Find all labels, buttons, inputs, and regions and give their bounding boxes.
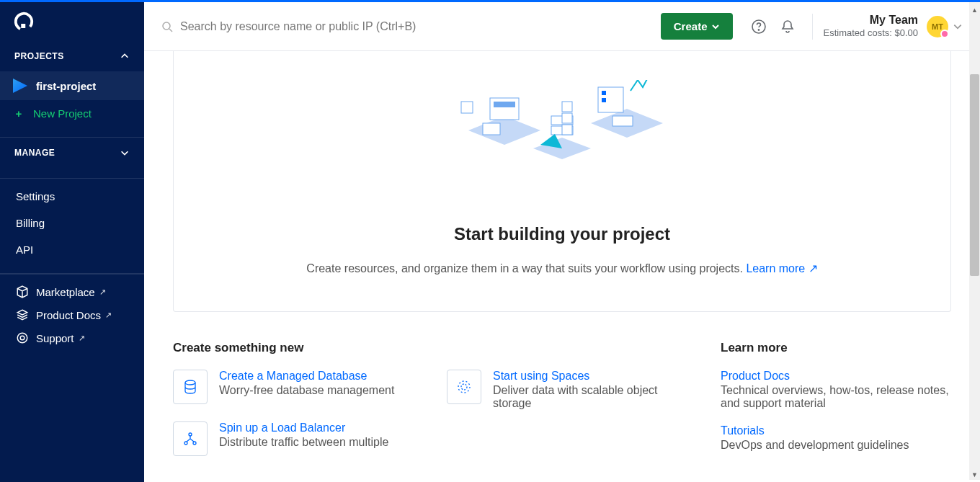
svg-point-26: [189, 433, 192, 436]
svg-rect-22: [562, 113, 572, 123]
chevron-down-icon[interactable]: [953, 22, 963, 32]
team-cost: Estimated costs: $0.00: [823, 27, 918, 39]
content: Start building your project Create resou…: [144, 51, 980, 482]
spaces-icon: [447, 370, 481, 404]
projects-header[interactable]: PROJECTS: [0, 41, 144, 71]
bell-icon: [780, 19, 796, 35]
create-button[interactable]: Create: [661, 13, 734, 40]
team-name: My Team: [823, 13, 918, 27]
sidebar: PROJECTS first-project + New Project MAN…: [0, 2, 144, 482]
project-name: first-project: [36, 80, 96, 92]
svg-point-27: [184, 442, 187, 445]
scroll-up-icon[interactable]: ▲: [969, 4, 980, 15]
external-icon: ↗: [105, 311, 112, 320]
create-item-database: Create a Managed DatabaseWorry-free data…: [173, 370, 418, 404]
notifications-button[interactable]: [775, 14, 801, 40]
sidebar-item-product-docs[interactable]: Product Docs↗: [0, 303, 144, 326]
external-icon: ↗: [99, 287, 106, 297]
help-button[interactable]: [746, 14, 772, 40]
learn-item-tutorials: Tutorials DevOps and development guideli…: [721, 424, 951, 452]
cube-icon: [16, 285, 29, 298]
create-spaces-link[interactable]: Start using Spaces: [493, 370, 692, 383]
svg-rect-21: [562, 102, 572, 112]
sidebar-item-billing[interactable]: Billing: [0, 210, 144, 236]
search-input[interactable]: [180, 20, 540, 33]
svg-point-25: [185, 380, 195, 385]
svg-rect-11: [483, 123, 500, 135]
hero-card: Start building your project Create resou…: [173, 51, 951, 312]
create-database-desc: Worry-free database management: [219, 384, 394, 397]
create-spaces-desc: Deliver data with scalable object storag…: [493, 384, 692, 410]
svg-point-4: [20, 336, 24, 340]
sidebar-item-marketplace[interactable]: Marketplace↗: [0, 280, 144, 303]
create-loadbalancer-link[interactable]: Spin up a Load Balancer: [219, 421, 388, 434]
external-icon: ↗: [79, 334, 85, 343]
svg-point-5: [163, 22, 170, 30]
svg-point-29: [461, 384, 467, 390]
sidebar-item-first-project[interactable]: first-project: [0, 71, 144, 100]
svg-rect-23: [562, 125, 572, 135]
svg-rect-9: [490, 98, 519, 120]
scroll-down-icon[interactable]: ▼: [969, 469, 980, 480]
svg-rect-24: [461, 102, 473, 113]
hero-subtitle: Create resources, and organize them in a…: [202, 262, 922, 275]
svg-rect-10: [494, 102, 515, 107]
help-icon: [751, 19, 767, 35]
learn-tutorials-link[interactable]: Tutorials: [721, 424, 951, 437]
learn-item-product-docs: Product Docs Technical overviews, how-to…: [721, 370, 951, 410]
sidebar-item-support[interactable]: Support↗: [0, 326, 144, 349]
create-item-spaces: Start using SpacesDeliver data with scal…: [447, 370, 692, 410]
status-dot: [940, 30, 949, 38]
svg-point-28: [193, 442, 196, 445]
loadbalancer-icon: [173, 421, 208, 456]
chevron-down-icon: [120, 148, 130, 158]
svg-rect-2: [21, 24, 25, 28]
create-section-title: Create something new: [173, 341, 692, 355]
logo[interactable]: [0, 2, 144, 41]
create-loadbalancer-desc: Distribute traffic between multiple: [219, 436, 388, 449]
avatar[interactable]: MT: [927, 16, 948, 37]
svg-rect-20: [612, 116, 633, 126]
team-info[interactable]: My Team Estimated costs: $0.00: [823, 13, 918, 39]
scrollbar-thumb[interactable]: [970, 74, 979, 276]
hero-illustration: [202, 80, 922, 202]
svg-point-30: [458, 381, 470, 393]
new-project-button[interactable]: + New Project: [0, 100, 144, 127]
database-icon: [173, 370, 208, 404]
learn-product-docs-link[interactable]: Product Docs: [721, 370, 951, 383]
chevron-down-icon: [711, 22, 720, 31]
create-item-loadbalancer: Spin up a Load BalancerDistribute traffi…: [173, 421, 418, 456]
svg-point-7: [759, 29, 760, 30]
learn-section-title: Learn more: [721, 341, 951, 355]
hero-learn-more-link[interactable]: Learn more ↗: [746, 262, 817, 275]
projects-label: PROJECTS: [14, 51, 64, 61]
svg-rect-18: [602, 91, 606, 95]
life-ring-icon: [16, 331, 29, 344]
search: [161, 20, 661, 33]
hero-title: Start building your project: [202, 224, 922, 244]
create-database-link[interactable]: Create a Managed Database: [219, 370, 394, 383]
learn-tutorials-desc: DevOps and development guidelines: [721, 439, 951, 452]
sidebar-item-settings[interactable]: Settings: [0, 183, 144, 210]
svg-point-3: [17, 333, 27, 343]
svg-point-0: [13, 11, 35, 32]
learn-product-docs-desc: Technical overviews, how-tos, release no…: [721, 384, 951, 410]
header: Create My Team Estimated costs: $0.00 MT: [144, 2, 980, 51]
scrollbar[interactable]: ▲ ▼: [969, 2, 980, 480]
manage-header[interactable]: MANAGE: [0, 138, 144, 168]
new-project-label: New Project: [33, 107, 92, 120]
manage-label: MANAGE: [14, 148, 55, 158]
project-icon: [13, 79, 27, 93]
plus-icon: +: [13, 107, 24, 120]
search-icon: [161, 21, 173, 32]
main: Create My Team Estimated costs: $0.00 MT: [144, 2, 980, 482]
chevron-up-icon: [120, 51, 130, 61]
svg-marker-8: [468, 116, 540, 145]
sidebar-item-api[interactable]: API: [0, 236, 144, 263]
layers-icon: [16, 308, 29, 321]
svg-rect-19: [602, 98, 606, 102]
